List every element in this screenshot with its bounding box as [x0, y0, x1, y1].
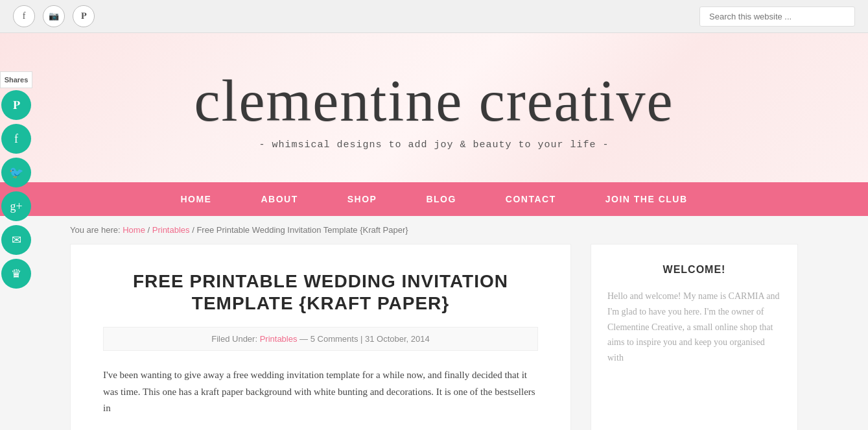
crown-button[interactable]: ♛: [1, 259, 31, 289]
twitter-share-button[interactable]: 🐦: [1, 158, 31, 187]
googleplus-icon: g+: [10, 200, 22, 213]
facebook-share-button[interactable]: f: [1, 124, 31, 154]
sidebar-text: Hello and welcome! My name is CARMIA and…: [607, 289, 781, 366]
facebook-icon: f: [14, 132, 18, 146]
article-title: FREE PRINTABLE WEDDING INVITATION TEMPLA…: [103, 270, 538, 314]
content-wrapper: FREE PRINTABLE WEDDING INVITATION TEMPLA…: [0, 244, 868, 430]
nav-join-the-club[interactable]: JOIN THE CLUB: [581, 182, 712, 216]
pinterest-share-button[interactable]: 𝐏: [1, 90, 31, 120]
nav-blog[interactable]: BLOG: [401, 182, 480, 216]
comments-count: — 5 Comments: [299, 334, 358, 344]
filed-under-bar: Filed Under: Printables — 5 Comments | 3…: [103, 327, 538, 351]
article-body: I've been wanting to give away a free we…: [103, 367, 538, 417]
main-article: FREE PRINTABLE WEDDING INVITATION TEMPLA…: [70, 244, 571, 430]
pinterest-top-icon[interactable]: 𝐏: [73, 5, 95, 27]
breadcrumb-home[interactable]: Home: [123, 225, 145, 235]
nav-about[interactable]: ABOUT: [236, 182, 322, 216]
crown-icon: ♛: [11, 267, 21, 281]
site-tagline: - whimsical designs to add joy & beauty …: [259, 139, 609, 150]
filed-under-link[interactable]: Printables: [260, 334, 298, 344]
social-sidebar: Shares 𝐏 f 🐦 g+ ✉ ♛: [0, 71, 32, 291]
breadcrumb-current: Free Printable Wedding Invitation Templa…: [196, 225, 408, 235]
article-date: | 31 October, 2014: [360, 334, 430, 344]
filed-under-label: Filed Under:: [211, 334, 259, 344]
sidebar-title: WELCOME!: [607, 264, 781, 276]
pinterest-icon: 𝐏: [13, 99, 20, 112]
breadcrumb-printables[interactable]: Printables: [152, 225, 190, 235]
site-title: clementine creative: [194, 72, 674, 130]
top-bar: f 📷 𝐏: [0, 0, 868, 33]
top-social-icons: f 📷 𝐏: [13, 5, 95, 27]
nav-contact[interactable]: CONTACT: [481, 182, 581, 216]
sidebar: WELCOME! Hello and welcome! My name is C…: [591, 244, 798, 430]
shares-label: Shares: [0, 71, 32, 88]
email-share-button[interactable]: ✉: [1, 225, 31, 255]
facebook-top-icon[interactable]: f: [13, 5, 35, 27]
googleplus-share-button[interactable]: g+: [1, 191, 31, 221]
breadcrumb: You are here: Home / Printables / Free P…: [0, 216, 868, 244]
email-icon: ✉: [12, 233, 21, 247]
breadcrumb-sep1: /: [148, 225, 152, 235]
main-navigation: HOME ABOUT SHOP BLOG CONTACT JOIN THE CL…: [0, 182, 868, 216]
twitter-icon: 🐦: [9, 165, 23, 180]
breadcrumb-prefix: You are here:: [70, 225, 123, 235]
search-box: [699, 6, 855, 27]
nav-shop[interactable]: SHOP: [323, 182, 402, 216]
instagram-top-icon[interactable]: 📷: [43, 5, 65, 27]
site-header: clementine creative - whimsical designs …: [0, 33, 868, 182]
search-input[interactable]: [699, 6, 855, 27]
nav-home[interactable]: HOME: [156, 182, 236, 216]
